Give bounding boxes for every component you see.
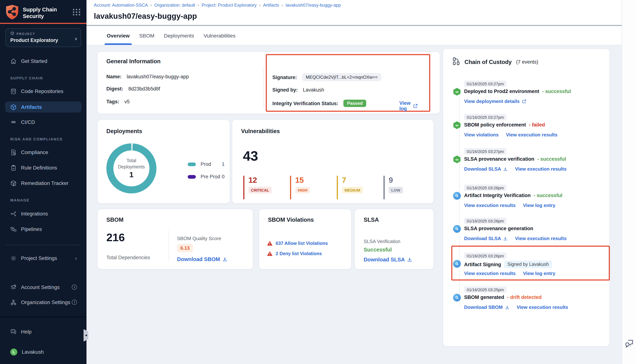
breadcrumb-separator: › (259, 3, 261, 7)
main-area: Account: Automation-SSCA › Organization:… (87, 0, 621, 364)
sbom-violations-card: SBOM Violations 637 Allow list Violation… (259, 209, 352, 270)
download-sbom-link[interactable]: Download SBOM (464, 304, 509, 310)
card-title: SLSA (364, 216, 379, 223)
user-menu[interactable]: L Lavakush (5, 346, 81, 358)
pipeline-icon (10, 226, 17, 232)
chevron-right-icon: › (75, 35, 77, 42)
view-violations-link[interactable]: View violations (464, 132, 499, 138)
card-title: SBOM Violations (268, 216, 314, 223)
view-execution-results-link[interactable]: View execution results (515, 236, 567, 241)
sidebar-item-label: CI/CD (21, 119, 35, 125)
view-execution-results-link[interactable]: View execution results (515, 166, 567, 172)
brand-title: Supply Chain Security (23, 6, 63, 20)
breadcrumb-current[interactable]: lavakush07/easy-buggy-app (286, 2, 341, 8)
events-count: (7 events) (516, 59, 538, 65)
repository-icon (10, 88, 17, 94)
breadcrumb-separator: › (198, 3, 199, 7)
tab-overview[interactable]: Overview (107, 26, 130, 45)
tags-label: Tags: (106, 99, 119, 104)
view-deployment-details-link[interactable]: View deployment details (464, 98, 526, 104)
slsa-verification-status: Successful (364, 247, 392, 252)
help-chat-icon: ? (10, 328, 17, 335)
scan-circle-icon (453, 294, 461, 302)
donut-center-label: Total (127, 158, 136, 163)
sidebar-item-remediation-tracker[interactable]: Remediation Tracker (5, 178, 81, 188)
sidebar-item-code-repositories[interactable]: Code Repositories (5, 86, 81, 97)
info-icon: i (72, 284, 77, 290)
download-slsa-link[interactable]: Download SLSA (464, 166, 508, 172)
download-icon (407, 257, 412, 262)
legend-label: Prod (201, 162, 211, 167)
external-link-icon (522, 99, 526, 104)
shield-logo-icon (5, 4, 19, 21)
view-execution-results-link[interactable]: View execution results (464, 202, 516, 208)
card-title: SBOM (106, 216, 124, 223)
preprod-swatch (188, 175, 196, 178)
vulnerabilities-total: 43 (243, 148, 258, 164)
allow-list-violations-link[interactable]: 637 Allow list Violations (276, 241, 328, 246)
sidebar-item-account-settings[interactable]: Account Settings i (5, 282, 81, 293)
legend-value: 0 (222, 174, 224, 180)
signature-value: MEQCICde2VjIT...bL+2+mqnOXw== (302, 73, 382, 81)
sidebar-item-artifacts[interactable]: Artifacts (5, 102, 81, 112)
sidebar-item-compliance[interactable]: Compliance (5, 147, 81, 158)
tab-deployments[interactable]: Deployments (164, 26, 194, 45)
breadcrumb-organization[interactable]: Organization: default (154, 2, 195, 8)
svg-text:?: ? (12, 330, 14, 332)
event-status: - failed (529, 122, 545, 128)
view-log-entry-link[interactable]: View log entry (523, 202, 555, 208)
deny-list-violations-link[interactable]: 2 Deny list Violations (276, 251, 322, 256)
slsa-verification-label: SLSA Verification (364, 238, 400, 244)
page-header: Account: Automation-SSCA › Organization:… (87, 0, 621, 26)
sidebar-item-label: Account Settings (21, 284, 60, 290)
breadcrumb-artifacts[interactable]: Artifacts (263, 2, 279, 8)
card-title: Deployments (106, 128, 142, 134)
download-slsa-link[interactable]: Download SLSA (364, 257, 412, 262)
breadcrumb-separator: › (282, 3, 283, 7)
sidebar-item-integrations[interactable]: Integrations (5, 208, 81, 219)
severity-count: 15 (295, 176, 310, 184)
severity-high: 15 HIGH (290, 176, 310, 199)
download-icon (505, 305, 509, 310)
sidebar-item-project-settings[interactable]: Project Settings › (5, 252, 81, 264)
apps-grid-icon[interactable] (73, 9, 81, 16)
name-label: Name: (106, 74, 122, 80)
sidebar-item-help[interactable]: ? Help (5, 326, 81, 337)
breadcrumb-project[interactable]: Project: Product Exploratory (202, 2, 257, 8)
section-risk-compliance: RISK AND COMPLIANCE (10, 137, 63, 141)
tab-vulnerabilities[interactable]: Vulnerabilities (203, 26, 235, 45)
event-timestamp: 01/16/2025 03:25pm (464, 286, 506, 293)
event-timestamp: 01/16/2025 03:27pm (464, 148, 506, 154)
sidebar-divider (6, 245, 81, 245)
sidebar-item-label: Get Started (21, 58, 47, 64)
severity-badge: HIGH (295, 187, 310, 194)
sidebar-item-pipelines[interactable]: Pipelines (5, 224, 81, 234)
download-sbom-link[interactable]: Download SBOM (177, 256, 227, 262)
project-box-icon (10, 31, 14, 36)
view-execution-results-link[interactable]: View execution results (506, 132, 557, 138)
view-execution-results-link[interactable]: View execution results (517, 304, 568, 310)
download-slsa-link[interactable]: Download SLSA (464, 236, 508, 241)
avatar: L (10, 348, 17, 355)
user-name: Lavakush (22, 349, 44, 355)
donut-center-label: Deployments (118, 164, 145, 169)
tab-sbom[interactable]: SBOM (139, 26, 154, 45)
view-log-link[interactable]: View log (399, 100, 411, 112)
sidebar-item-get-started[interactable]: Get Started (5, 56, 81, 66)
breadcrumb-account[interactable]: Account: Automation-SSCA (94, 2, 148, 8)
sbom-total-label: Total Dependencies (106, 255, 150, 260)
sidebar-item-rule-definitions[interactable]: Rule Definitions (5, 162, 81, 173)
sidebar-item-organization-settings[interactable]: Organization Settings i (5, 297, 81, 308)
section-supply-chain: SUPPLY CHAIN (10, 76, 43, 80)
project-selector[interactable]: PROJECT Product Exploratory › (6, 28, 81, 47)
event-status: - successful (534, 193, 562, 198)
severity-count: 12 (248, 176, 272, 184)
chat-feedback-icon[interactable] (624, 338, 634, 348)
sbom-quality-label: SBOM Quality Score (177, 236, 221, 241)
event-title: Deployed to Prod2 environment (464, 88, 539, 94)
home-icon (10, 58, 17, 64)
section-manage: MANAGE (10, 198, 30, 202)
sidebar-item-label: Compliance (21, 149, 48, 155)
event-title: SBOM policy enforcement (464, 122, 526, 128)
sidebar-item-cicd[interactable]: ∞ CI/CD (5, 116, 81, 128)
